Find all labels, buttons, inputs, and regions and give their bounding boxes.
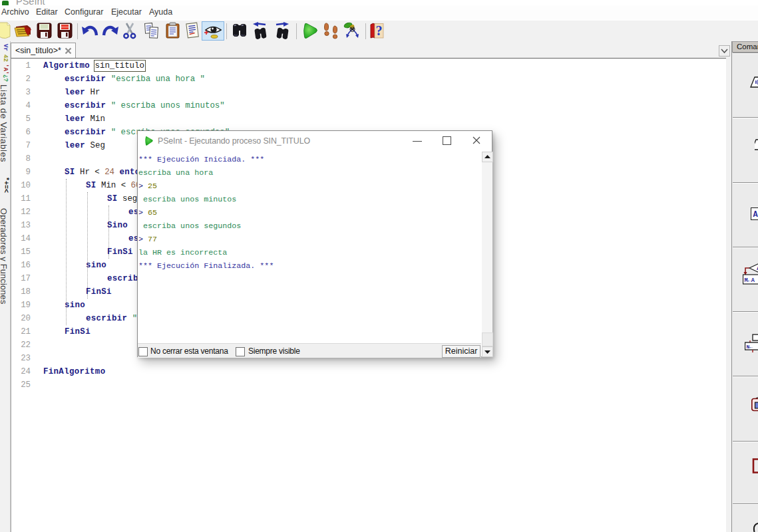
svg-text:M←A: M←A	[745, 277, 755, 284]
svg-text:?: ?	[376, 23, 383, 38]
svg-text:N←: N←	[747, 344, 753, 350]
svg-text:A: A	[753, 210, 758, 219]
